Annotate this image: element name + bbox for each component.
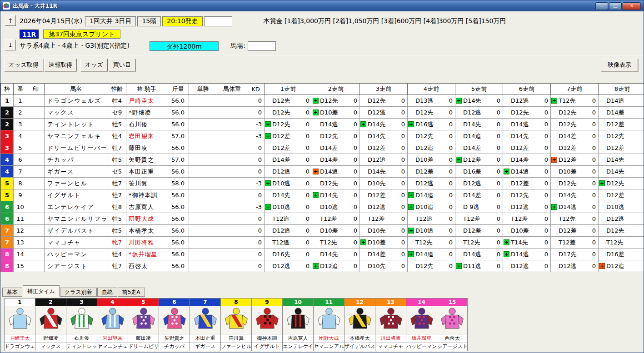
table-row[interactable]: 58ファーンヒル牡7笹川翼58.0-3+D10逃0D12先0D10先0D12逃0…	[1, 178, 644, 189]
track-condition-input[interactable]	[248, 41, 276, 51]
tab-1[interactable]: 基本	[2, 288, 22, 297]
table-row[interactable]: 814ハッピーマン牡4*坂井瑠星56.00D16先0D14先0D14差0+D14…	[1, 249, 644, 260]
past-race-3-cell: +D10差0	[360, 237, 408, 249]
table-row[interactable]: 59イグザルト牡7*御神本訓56.00D14先0+D14先0D12差0+D14追…	[1, 189, 644, 201]
mark-spacer	[551, 216, 557, 222]
table-row[interactable]: 22マックスセ9*野畑凌56.00D12先0+D10差0D12逃0D12先0D1…	[1, 107, 644, 119]
win-odds-cell	[189, 225, 217, 237]
column-header-6: 替 騎手	[126, 84, 167, 95]
tab-5[interactable]: 前5走A	[118, 288, 145, 297]
silk-jockey-name: 吉原寛人	[283, 334, 313, 343]
mark-spacer	[313, 157, 319, 163]
flash-fetch-button[interactable]: 速報取得	[44, 59, 77, 71]
horse-number-cell: 9	[14, 189, 27, 201]
tab-2[interactable]: 補正タイム	[23, 285, 60, 297]
silk-column[interactable]: 3石川倭ティントレット	[66, 298, 97, 351]
past-race-value: 0	[354, 192, 359, 199]
silk-column[interactable]: 8笹川翼ファーンヒル	[220, 298, 251, 351]
table-row[interactable]: 11ドラゴンウェルズ牡4戸崎圭太56.00D12先0+D12先0D12先0D13…	[1, 95, 644, 107]
silk-column[interactable]: 9御神本訓イグザルト	[251, 298, 282, 351]
waku-cell: 2	[1, 107, 14, 119]
past-race-value: 0	[497, 251, 503, 258]
odds-button[interactable]: オッズ	[80, 59, 108, 71]
silk-column[interactable]: 5藤田凌ドリームビリーバー	[128, 298, 159, 351]
past-race-text: D14先	[462, 120, 497, 129]
past-race-1-cell: +D10逃0	[265, 201, 312, 213]
column-header-13: 3走前	[360, 84, 408, 95]
silk-column[interactable]: 15西啓太シアージスト	[437, 298, 468, 351]
horse-weight-cell	[217, 142, 247, 154]
video-display-button[interactable]: 映像表示	[601, 59, 638, 71]
past-race-value: 0	[306, 156, 312, 163]
past-race-3-cell: D10先0	[360, 260, 408, 272]
past-race-value: 0	[306, 239, 312, 246]
tab-3[interactable]: クラス別着	[60, 288, 97, 297]
past-race-value: 0	[449, 204, 455, 210]
jockey-cell: *坂井瑠星	[126, 249, 167, 260]
bet-selection-button[interactable]: 買い目	[109, 59, 135, 71]
odds-fetch-button[interactable]: オッズ取得	[4, 59, 43, 71]
close-icon[interactable]: ×	[623, 2, 641, 10]
blank-input[interactable]	[204, 16, 232, 26]
silk-column[interactable]: 13川田将雅ママコチャ	[375, 298, 406, 351]
past-race-text: T12追	[271, 239, 306, 247]
table-row[interactable]: 712ザイデルバスト牡5本橋孝太56.00D12追0D10差0D10先0+D10…	[1, 225, 644, 237]
table-row[interactable]: 713ママコチャ牝7川田将雅56.00T12追0T12先0+D10差0T12先0…	[1, 237, 644, 249]
past-race-4-cell: D12差0	[408, 166, 455, 178]
past-race-1-cell: D16先0	[265, 249, 312, 260]
table-row[interactable]: 611ヤマニンアルリフラ牡5団野大成56.00T12追0T12差0T12差0T1…	[1, 213, 644, 225]
table-row[interactable]: 815シアージスト牡7西啓太56.00D12逃0+D12追0D10先0D12先0…	[1, 260, 644, 272]
table-row[interactable]: 23ティントレット牡5石川倭56.0-3+D12先0D14逃0+D14先0+D1…	[1, 119, 644, 130]
past-race-value: 0	[354, 144, 359, 151]
past-race-value: 0	[354, 263, 359, 269]
table-row[interactable]: 34ヤマニンチェルキ牡4岩田望来57.0-3+D12差0D12先0D14先0D1…	[1, 130, 644, 142]
table-row[interactable]: 35ドリームビリーバー牡7藤田凌56.00D12差0D14差0D12差0D12追…	[1, 142, 644, 154]
past-race-text: D12先	[319, 97, 354, 105]
minimize-icon[interactable]: —	[595, 2, 608, 10]
past-race-5-cell: D14差0	[455, 142, 503, 154]
silk-column[interactable]: 10吉原寛人エンテレケイア	[282, 298, 313, 351]
past-race-value: 0	[354, 133, 359, 139]
past-race-text: D12逃	[605, 215, 644, 223]
table-row[interactable]: 47ギガースセ5本田正重56.00D12追0+D14追0D14先0D12差0D1…	[1, 166, 644, 178]
past-race-text: D14先	[605, 168, 644, 176]
past-race-value: 0	[449, 215, 455, 222]
silk-column[interactable]: 14坂井瑠星ハッピーマン	[406, 298, 437, 351]
horse-weight-cell	[217, 237, 247, 249]
past-race-value: 0	[544, 215, 550, 222]
silk-column[interactable]: 12本橋孝太ザイデルバスト	[344, 298, 375, 351]
silk-column[interactable]: 4岩田望来ヤマニンチェルキ	[97, 298, 128, 351]
table-row[interactable]: 46チカッパ牡5矢野貴之57.00D14差0D14差0D12追0D10差0+D1…	[1, 154, 644, 166]
mark-spacer	[408, 263, 414, 269]
silk-column[interactable]: 7本田正重ギガース	[190, 298, 220, 351]
past-race-8-cell: D12先	[599, 130, 644, 142]
jockey-cell: 岩田望来	[126, 130, 167, 142]
kd-cell: 0	[247, 213, 265, 225]
past-race-text: D12追	[366, 156, 401, 164]
past-race-5-cell: D12差0	[455, 225, 503, 237]
tab-4[interactable]: 血統	[97, 288, 117, 297]
silk-column[interactable]: 11団野大成ヤマニンアルリフラ	[313, 298, 344, 351]
down-mark-icon: +	[599, 263, 605, 269]
silk-column[interactable]: 6矢野貴之チカッパ	[159, 298, 190, 351]
past-race-5-cell: D14先0	[455, 119, 503, 130]
silk-column[interactable]: 2野畑凌マックス	[35, 298, 66, 351]
table-row[interactable]: 610エンテレケイア牡8吉原寛人56.0-3+D10逃0D10逃0D12逃0+D…	[1, 201, 644, 213]
silk-column[interactable]: 1戸崎圭太ドラゴンウェルズ	[4, 298, 35, 351]
past-race-text: D12先	[414, 109, 449, 117]
past-race-2-cell: D14逃0	[312, 119, 360, 130]
maximize-icon[interactable]: □	[609, 2, 622, 10]
up-arrow-button[interactable]: ↑	[5, 15, 16, 26]
past-race-value: 0	[401, 227, 407, 234]
past-race-text: D12先	[414, 262, 449, 270]
past-race-text: D10逃	[605, 203, 644, 211]
past-race-value: 0	[497, 144, 503, 151]
mark-spacer	[265, 216, 271, 222]
past-race-value: 0	[592, 192, 598, 199]
mark-spacer	[408, 169, 414, 174]
carried-weight-cell: 57.0	[167, 154, 189, 166]
past-race-value: 0	[306, 215, 312, 222]
past-race-text: D12追	[271, 168, 306, 176]
down-arrow-button[interactable]: ↓	[5, 40, 16, 50]
silk-horse-number: 7	[190, 298, 220, 306]
